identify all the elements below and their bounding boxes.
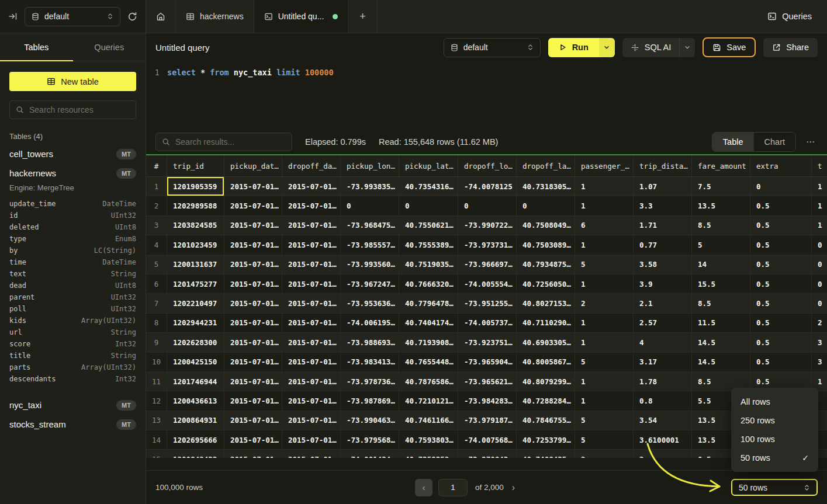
cell[interactable]: 1201746944 xyxy=(167,372,224,391)
cell[interactable]: -73.990463… xyxy=(341,411,399,430)
cell[interactable]: 0.5 xyxy=(750,235,812,254)
cell[interactable]: 40.7288284… xyxy=(517,391,575,410)
cell[interactable]: 7.5 xyxy=(692,177,750,196)
new-table-button[interactable]: New table xyxy=(9,72,136,91)
cell[interactable]: 8.5 xyxy=(692,294,750,312)
cell[interactable]: -73.951255… xyxy=(458,294,517,312)
cell[interactable]: 5 xyxy=(575,430,634,449)
sidebar-item-stocks-stream[interactable]: stocks_stream MT xyxy=(0,415,146,434)
cell[interactable]: -73.973731… xyxy=(458,235,517,254)
cell[interactable]: 0 xyxy=(399,196,458,215)
cell[interactable]: 40.7503089… xyxy=(517,235,575,254)
cell[interactable]: 5 xyxy=(575,255,634,274)
sidebar-item-hackernews[interactable]: hackernews MT xyxy=(0,164,146,183)
cell[interactable]: -73.983413… xyxy=(341,353,399,371)
page-number-input[interactable]: 1 xyxy=(438,479,468,496)
cell[interactable]: 5 xyxy=(575,411,634,430)
search-results-input[interactable]: Search results... xyxy=(155,133,292,151)
cell[interactable]: 14 xyxy=(692,255,750,274)
cell[interactable]: 2.1 xyxy=(634,294,692,312)
cell[interactable]: 1202210497 xyxy=(167,294,224,312)
cell[interactable]: 1 xyxy=(575,314,634,332)
sql-editor[interactable]: 1 select * from nyc_taxi limit 100000 xyxy=(146,61,827,130)
cell[interactable]: 2015-07-01… xyxy=(224,314,282,332)
cell[interactable]: 1202944231 xyxy=(167,314,224,332)
cell[interactable]: 3.3 xyxy=(634,196,692,215)
cell[interactable]: 0 xyxy=(750,177,812,196)
column-header-row-number[interactable]: # xyxy=(146,155,167,176)
cell[interactable]: -73.967247… xyxy=(341,274,399,293)
prev-page-button[interactable]: ‹ xyxy=(415,479,432,496)
run-options-button[interactable] xyxy=(599,38,615,57)
cell[interactable]: -73.987869… xyxy=(341,391,399,410)
cell[interactable]: 2015-07-01… xyxy=(282,372,341,391)
cell[interactable]: -74.005737… xyxy=(458,314,517,332)
cell[interactable]: 2015-07-01… xyxy=(282,391,341,410)
run-button[interactable]: Run xyxy=(548,38,599,57)
cell[interactable]: 1 xyxy=(812,177,827,196)
cell[interactable]: 2.57 xyxy=(634,314,692,332)
cell[interactable]: 0.5 xyxy=(750,196,812,215)
cell[interactable]: 11.5 xyxy=(692,314,750,332)
cell[interactable]: 40.7110290… xyxy=(517,314,575,332)
cell[interactable]: 0.5 xyxy=(750,216,812,235)
cell[interactable]: -73.953636… xyxy=(341,294,399,312)
menu-item-50-rows[interactable]: 50 rows✓ xyxy=(731,449,818,467)
cell[interactable]: 1200842433 xyxy=(167,450,224,458)
cell[interactable]: 2015-07-01… xyxy=(224,391,282,410)
cell[interactable]: 0 xyxy=(812,235,827,254)
search-resources-input[interactable]: Search resources xyxy=(9,100,136,119)
column-row[interactable]: pollUInt32 xyxy=(9,303,136,315)
cell[interactable]: 0 xyxy=(458,196,517,215)
column-row[interactable]: byLC(String) xyxy=(9,245,136,256)
next-page-button[interactable]: › xyxy=(512,482,515,493)
more-options-icon[interactable]: ⋯ xyxy=(804,137,818,147)
cell[interactable]: 3.17 xyxy=(634,353,692,371)
cell[interactable]: -73.968475… xyxy=(341,216,399,235)
cell[interactable]: 0.5 xyxy=(750,314,812,332)
cell[interactable]: 40.7846755… xyxy=(517,411,575,430)
cell[interactable]: 0 xyxy=(517,196,575,215)
cell[interactable]: 40.7404174… xyxy=(399,314,458,332)
cell[interactable]: 1 xyxy=(575,372,634,391)
cell[interactable]: 40.7550621… xyxy=(399,216,458,235)
column-row[interactable]: kidsArray(UInt32) xyxy=(9,315,136,326)
cell[interactable]: 0.5 xyxy=(750,333,812,352)
cell[interactable]: 3 xyxy=(812,353,827,371)
cell[interactable]: 1200425150 xyxy=(167,353,224,371)
cell[interactable]: 2015-07-01… xyxy=(282,411,341,430)
cell[interactable]: 0 xyxy=(341,196,399,215)
cell[interactable]: 3.9 xyxy=(634,274,692,293)
cell[interactable]: 1 xyxy=(575,177,634,196)
cell[interactable]: 1203824585 xyxy=(167,216,224,235)
column-header-trip_id[interactable]: trip_id xyxy=(167,155,224,176)
cell[interactable]: 2015-07-01… xyxy=(282,177,341,196)
column-header-dropoff_la[interactable]: dropoff_la… xyxy=(517,155,575,176)
sidebar-item-cell-towers[interactable]: cell_towers MT xyxy=(0,144,146,164)
cell[interactable]: -73.966697… xyxy=(458,255,517,274)
cell[interactable]: 2015-07-01… xyxy=(224,430,282,449)
cell[interactable]: 40.7593803… xyxy=(399,430,458,449)
cell[interactable]: -73.990722… xyxy=(458,216,517,235)
cell[interactable]: 2015-07-01… xyxy=(282,196,341,215)
cell[interactable]: 40.7508049… xyxy=(517,216,575,235)
cell[interactable]: 0.5 xyxy=(750,294,812,312)
cell[interactable]: 40.7796478… xyxy=(399,294,458,312)
cell[interactable]: 2015-07-01… xyxy=(224,294,282,312)
cell[interactable]: 1200864931 xyxy=(167,411,224,430)
sql-ai-button[interactable]: SQL AI xyxy=(622,38,679,57)
cell[interactable]: 2015-07-01… xyxy=(282,294,341,312)
cell[interactable]: 2015-07-01… xyxy=(224,353,282,371)
cell[interactable]: 3.54 xyxy=(634,411,692,430)
cell[interactable]: 40.7655448… xyxy=(399,353,458,371)
cell[interactable]: 40.7461166… xyxy=(399,411,458,430)
share-button[interactable]: Share xyxy=(763,38,818,57)
cell[interactable]: 40.7359352… xyxy=(399,450,458,458)
cell[interactable]: 40.7193908… xyxy=(399,333,458,352)
cell[interactable]: -73.984283… xyxy=(458,391,517,410)
cell[interactable]: 0 xyxy=(812,255,827,274)
cell[interactable]: 0.5 xyxy=(750,353,812,371)
cell[interactable]: 1200131637 xyxy=(167,255,224,274)
cell[interactable]: 1201905359 xyxy=(167,177,224,196)
cell[interactable]: 40.7256050… xyxy=(517,274,575,293)
